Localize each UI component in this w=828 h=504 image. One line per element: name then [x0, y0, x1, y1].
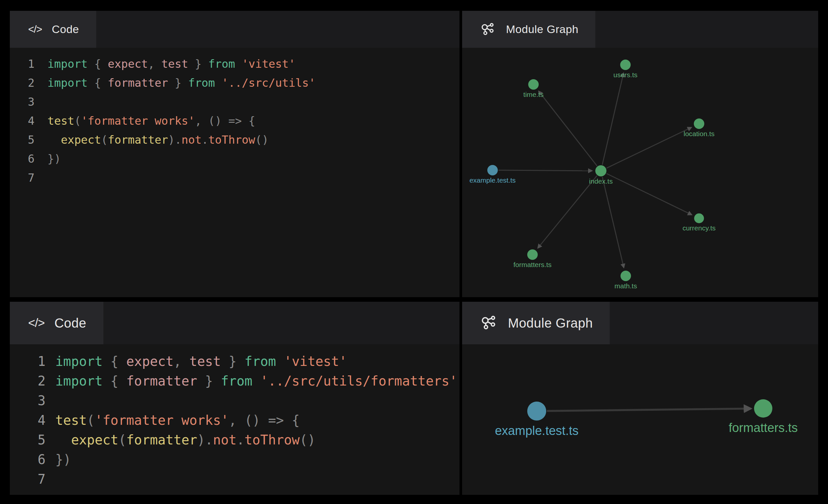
code-token: () — [300, 432, 316, 447]
code-token: import — [47, 57, 88, 70]
tab-module-graph-1[interactable]: Module Graph — [462, 11, 595, 48]
code-editor-2[interactable]: 1import { expect, test } from 'vitest'2i… — [10, 344, 459, 495]
graph-node-label-math.ts[interactable]: math.ts — [615, 282, 637, 290]
code-panel-header-1: </> Code — [10, 11, 459, 48]
code-token: ( — [87, 413, 94, 428]
graph-node-example.test.ts[interactable] — [487, 165, 498, 175]
code-panel-2: </> Code 1import { expect, test } from '… — [10, 302, 459, 495]
graph-node-label-users.ts[interactable]: users.ts — [613, 71, 637, 79]
code-token: not — [181, 133, 201, 146]
graph-edge-index-to-location — [607, 127, 691, 168]
code-token: 'vitest' — [284, 354, 347, 369]
code-token — [55, 432, 71, 447]
code-token: ( — [74, 114, 81, 127]
tab-module-graph-2[interactable]: Module Graph — [462, 302, 610, 344]
code-token: { — [103, 373, 126, 388]
line-number: 6 — [38, 450, 55, 469]
code-token: } — [168, 76, 188, 89]
graph-node-label-formatters.ts[interactable]: formatters.ts — [729, 421, 797, 435]
code-token: '../src/utils/formatters' — [260, 373, 457, 388]
code-token: not — [213, 432, 237, 447]
code-line: 2import { formatter } from '../src/utils… — [38, 371, 459, 391]
module-graph-canvas-2[interactable]: example.test.tsformatters.ts — [462, 344, 818, 495]
module-graph-panel-1: Module Graph example.test.tsindex.tstime… — [462, 11, 818, 297]
module-graph-panel-2: Module Graph example.test.tsformatters.t… — [462, 302, 818, 495]
code-line: 4test('formatter works', () => { — [28, 111, 459, 130]
line-number: 2 — [38, 371, 55, 391]
tab-code-1[interactable]: </> Code — [10, 11, 96, 48]
code-token: toThrow — [245, 432, 300, 447]
graph-edge-index-to-formatters — [538, 176, 597, 248]
graph-node-formatters.ts[interactable] — [754, 399, 772, 418]
code-token: { — [88, 57, 108, 70]
code-editor-1[interactable]: 1import { expect, test } from 'vitest'2i… — [10, 48, 459, 297]
graph-edge-example-to-index — [498, 170, 592, 171]
module-graph-svg-2: example.test.tsformatters.ts — [462, 344, 818, 495]
graph-edge-index-to-time — [539, 91, 597, 166]
code-token: test — [189, 354, 220, 369]
graph-node-label-formatters.ts[interactable]: formatters.ts — [513, 261, 552, 268]
graph-node-label-example.test.ts[interactable]: example.test.ts — [469, 176, 515, 184]
code-token: expect — [108, 57, 148, 70]
graph-node-label-time.ts[interactable]: time.ts — [523, 91, 544, 98]
module-graph-svg-1: example.test.tsindex.tstime.tsusers.tslo… — [462, 48, 818, 297]
code-token: expect — [126, 354, 174, 369]
code-token: import — [55, 354, 103, 369]
graph-node-time.ts[interactable] — [528, 79, 539, 90]
graph-node-math.ts[interactable] — [621, 271, 631, 281]
code-line: 3 — [38, 391, 459, 410]
code-token: , — [148, 57, 161, 70]
code-token: } — [188, 57, 208, 70]
line-number: 5 — [38, 430, 55, 450]
graph-edge-index-to-math — [602, 177, 624, 267]
line-number: 4 — [38, 410, 55, 430]
graph-node-index.ts[interactable] — [595, 165, 607, 176]
code-icon: </> — [28, 316, 44, 330]
module-graph-icon — [481, 314, 498, 332]
code-token: } — [197, 373, 221, 388]
code-token: test — [161, 57, 188, 70]
code-token: '../src/utils' — [221, 76, 316, 89]
example-row-1: </> Code 1import { expect, test } from '… — [10, 11, 818, 297]
graph-node-label-index.ts[interactable]: index.ts — [589, 177, 613, 185]
code-token — [215, 76, 221, 89]
code-line: 1import { expect, test } from 'vitest' — [38, 351, 459, 371]
code-token: formatter — [108, 76, 168, 89]
code-token: . — [237, 432, 245, 447]
code-line: 1import { expect, test } from 'vitest' — [28, 54, 459, 73]
module-graph-canvas-1[interactable]: example.test.tsindex.tstime.tsusers.tslo… — [462, 48, 818, 297]
tab-code-label: Code — [54, 316, 86, 331]
graph-node-label-example.test.ts[interactable]: example.test.ts — [495, 424, 579, 437]
graph-node-example.test.ts[interactable] — [527, 402, 546, 421]
graph-node-currency.ts[interactable] — [694, 213, 704, 223]
code-token: import — [55, 373, 103, 388]
code-token — [252, 373, 260, 388]
graph-node-formatters.ts[interactable] — [527, 249, 538, 260]
code-token: ). — [168, 133, 182, 146]
code-token: from — [208, 57, 235, 70]
graph-node-label-currency.ts[interactable]: currency.ts — [682, 224, 715, 232]
code-token: () — [255, 133, 269, 146]
code-token — [276, 354, 284, 369]
code-token: from — [245, 354, 276, 369]
code-token: 'formatter works' — [94, 413, 229, 428]
tab-module-graph-label: Module Graph — [508, 316, 593, 331]
graph-node-label-location.ts[interactable]: location.ts — [684, 130, 715, 137]
example-row-2: </> Code 1import { expect, test } from '… — [10, 302, 818, 495]
code-line: 7 — [28, 168, 459, 187]
code-line: 6}) — [38, 450, 459, 469]
line-number: 2 — [28, 73, 47, 92]
graph-edge-index-to-users — [602, 73, 623, 165]
code-token: ( — [119, 432, 126, 447]
code-line: 6}) — [28, 149, 459, 168]
tab-code-2[interactable]: </> Code — [10, 302, 104, 344]
code-token — [235, 57, 242, 70]
code-token: 'vitest' — [242, 57, 295, 70]
graph-node-location.ts[interactable] — [694, 119, 704, 129]
code-panel-header-2: </> Code — [10, 302, 459, 344]
code-token: { — [88, 76, 108, 89]
graph-node-users.ts[interactable] — [620, 59, 631, 70]
code-token: expect — [61, 133, 101, 146]
code-line: 3 — [28, 92, 459, 111]
code-token: } — [221, 354, 245, 369]
